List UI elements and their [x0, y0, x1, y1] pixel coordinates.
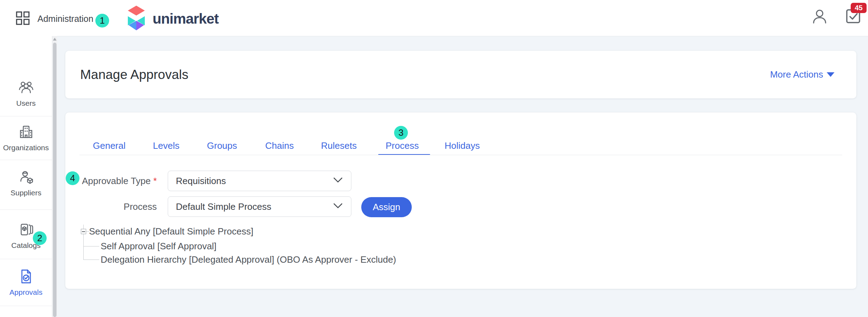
approvable-type-select[interactable]: Requisitions — [168, 171, 351, 191]
process-value: Default Simple Process — [176, 201, 333, 212]
annotation-badge-1: 1 — [95, 14, 109, 28]
settings-icon — [0, 316, 52, 317]
tab-rulesets[interactable]: Rulesets — [321, 139, 357, 155]
tree-connector — [83, 246, 99, 246]
sidebar-item-users[interactable]: Users — [0, 80, 52, 108]
tab-general[interactable]: General — [93, 139, 126, 155]
approvals-content-card: 3 General Levels Groups Chains Rulesets … — [65, 112, 856, 289]
sidebar-label-users: Users — [0, 99, 52, 108]
page-title: Manage Approvals — [80, 51, 188, 98]
users-icon — [0, 80, 52, 95]
sidebar-scrollbar[interactable] — [52, 36, 57, 317]
chevron-down-icon — [827, 72, 834, 77]
page: Administration 1 unimarket — [0, 0, 868, 317]
sidebar-item-suppliers[interactable]: Suppliers — [0, 169, 52, 197]
tree-connector — [83, 225, 84, 229]
brand-logo[interactable]: unimarket — [126, 5, 219, 32]
sidebar-item-settings[interactable]: Settings — [0, 316, 52, 317]
sidebar: Users Organizations — [0, 36, 52, 317]
process-label: Process — [65, 196, 157, 217]
sidebar-divider — [0, 209, 52, 210]
admin-menu-label: Administration — [37, 14, 93, 24]
chevron-down-icon — [333, 203, 343, 210]
tree-node-root[interactable]: Sequential Any [Default Simple Process] — [89, 226, 253, 237]
annotation-badge-4: 4 — [66, 171, 79, 185]
approvable-type-label: Approvable Type * — [65, 171, 157, 191]
tasks-checkbox-icon — [845, 19, 861, 25]
top-bar: Administration 1 unimarket — [0, 0, 868, 36]
tab-holidays[interactable]: Holidays — [445, 139, 480, 155]
sidebar-label-approvals: Approvals — [0, 288, 52, 297]
tree-node-child[interactable]: Self Approval [Self Approval] — [101, 241, 216, 252]
suppliers-icon — [0, 169, 52, 185]
tabbar-divider — [79, 155, 842, 155]
app-grid-icon — [16, 11, 30, 26]
required-asterisk: * — [153, 176, 157, 186]
annotation-badge-3: 3 — [394, 126, 408, 140]
tree-collapse-toggle[interactable] — [81, 229, 86, 234]
sidebar-label-suppliers: Suppliers — [0, 189, 52, 197]
admin-menu-button[interactable]: Administration — [16, 11, 93, 26]
approvals-icon — [0, 269, 52, 284]
annotation-badge-2: 2 — [33, 231, 47, 245]
more-actions-button[interactable]: More Actions — [770, 51, 834, 98]
sidebar-divider — [0, 116, 52, 116]
brand-wordmark: unimarket — [153, 11, 219, 27]
tree-connector — [83, 260, 99, 260]
tab-chains[interactable]: Chains — [265, 139, 294, 155]
assign-button[interactable]: Assign — [361, 197, 412, 217]
organizations-icon — [0, 124, 52, 140]
scrollbar-up-arrow-icon[interactable] — [53, 38, 57, 41]
tab-levels[interactable]: Levels — [153, 139, 179, 155]
sidebar-item-organizations[interactable]: Organizations — [0, 124, 52, 152]
person-icon — [811, 20, 828, 26]
tree-node-child[interactable]: Delegation Hierarchy [Delegated Approval… — [101, 254, 396, 265]
sidebar-divider — [0, 160, 52, 160]
tasks-button[interactable]: 45 — [845, 8, 861, 25]
sidebar-label-organizations: Organizations — [0, 144, 52, 152]
chevron-down-icon — [333, 177, 343, 184]
sidebar-divider — [0, 306, 52, 306]
scrollbar-thumb[interactable] — [53, 43, 57, 317]
approvable-type-value: Requisitions — [176, 176, 333, 187]
tree-connector — [83, 234, 84, 260]
tree-connector — [86, 231, 89, 232]
unimarket-cube-icon — [126, 5, 146, 32]
tab-groups[interactable]: Groups — [207, 139, 237, 155]
account-button[interactable] — [811, 8, 828, 27]
tab-process[interactable]: Process — [386, 139, 419, 155]
tasks-count-badge: 45 — [851, 3, 867, 13]
process-select[interactable]: Default Simple Process — [168, 196, 351, 217]
more-actions-label: More Actions — [770, 69, 823, 80]
sidebar-divider — [0, 259, 52, 259]
page-header-card: Manage Approvals More Actions — [65, 51, 856, 98]
main-content: Manage Approvals More Actions 3 General … — [57, 36, 868, 317]
sidebar-item-approvals[interactable]: Approvals — [0, 269, 52, 297]
